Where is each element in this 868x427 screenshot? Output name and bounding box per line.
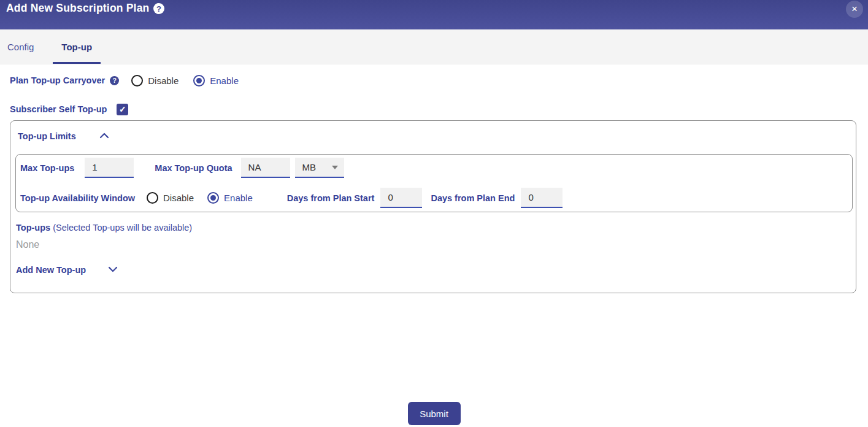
days-from-plan-end-label: Days from Plan End bbox=[431, 193, 515, 203]
quota-unit-value: MB bbox=[302, 162, 317, 172]
add-new-topup-label: Add New Top-up bbox=[16, 265, 86, 275]
modal-title: Add New Subscription Plan bbox=[6, 2, 150, 15]
days-from-plan-start-input[interactable] bbox=[380, 188, 422, 208]
help-icon[interactable]: ? bbox=[110, 76, 119, 85]
carryover-disable-radio[interactable] bbox=[131, 75, 143, 87]
tab-config[interactable]: Config bbox=[0, 29, 42, 64]
submit-button[interactable]: Submit bbox=[408, 402, 461, 425]
topup-limits-title: Top-up Limits bbox=[18, 131, 76, 141]
limits-inner-box: Max Top-ups Max Top-up Quota MB Top-up A… bbox=[15, 154, 853, 212]
max-topups-label: Max Top-ups bbox=[20, 163, 74, 173]
quota-unit-select[interactable]: MB bbox=[295, 158, 344, 178]
tab-bar: Config Top-up bbox=[0, 29, 868, 64]
topups-label-row: Top-ups (Selected Top-ups will be availa… bbox=[16, 223, 192, 233]
plan-topup-carryover-label: Plan Top-up Carryover bbox=[10, 75, 105, 85]
window-enable-radio[interactable] bbox=[207, 192, 219, 204]
plan-topup-carryover-row: Plan Top-up Carryover ? Disable Enable bbox=[10, 72, 239, 88]
max-topups-input[interactable] bbox=[85, 158, 134, 178]
subscriber-self-topup-row: Subscriber Self Top-up ✓ bbox=[10, 102, 128, 117]
days-from-plan-end-input[interactable] bbox=[521, 188, 563, 208]
subscriber-self-topup-label: Subscriber Self Top-up bbox=[10, 104, 107, 114]
carryover-disable-label: Disable bbox=[148, 75, 179, 86]
close-icon[interactable]: × bbox=[846, 1, 863, 18]
modal-header: Add New Subscription Plan ? × bbox=[0, 0, 868, 29]
days-from-plan-start-label: Days from Plan Start bbox=[287, 193, 375, 203]
carryover-enable-label: Enable bbox=[210, 75, 239, 86]
chevron-down-icon[interactable] bbox=[108, 264, 118, 275]
carryover-enable-radio[interactable] bbox=[193, 75, 205, 87]
max-topup-quota-input[interactable] bbox=[241, 158, 290, 178]
caret-down-icon bbox=[332, 166, 338, 169]
max-topup-quota-label: Max Top-up Quota bbox=[155, 163, 232, 173]
chevron-up-icon[interactable] bbox=[99, 131, 109, 142]
window-disable-radio[interactable] bbox=[147, 192, 158, 204]
subscriber-self-topup-checkbox[interactable]: ✓ bbox=[117, 104, 128, 115]
topups-hint: (Selected Top-ups will be available) bbox=[53, 223, 192, 233]
topups-selected-value: None bbox=[16, 239, 39, 250]
topup-limits-panel: Top-up Limits Max Top-ups Max Top-up Quo… bbox=[10, 120, 856, 293]
topups-label: Top-ups bbox=[16, 223, 50, 233]
tab-top-up[interactable]: Top-up bbox=[53, 29, 101, 64]
window-disable-label: Disable bbox=[163, 193, 194, 203]
header-help-icon[interactable]: ? bbox=[153, 3, 164, 14]
window-enable-label: Enable bbox=[224, 193, 253, 203]
add-new-topup-row[interactable]: Add New Top-up bbox=[16, 264, 118, 275]
add-subscription-plan-modal: Add New Subscription Plan ? × Config Top… bbox=[0, 0, 868, 427]
availability-window-label: Top-up Availability Window bbox=[20, 193, 135, 203]
